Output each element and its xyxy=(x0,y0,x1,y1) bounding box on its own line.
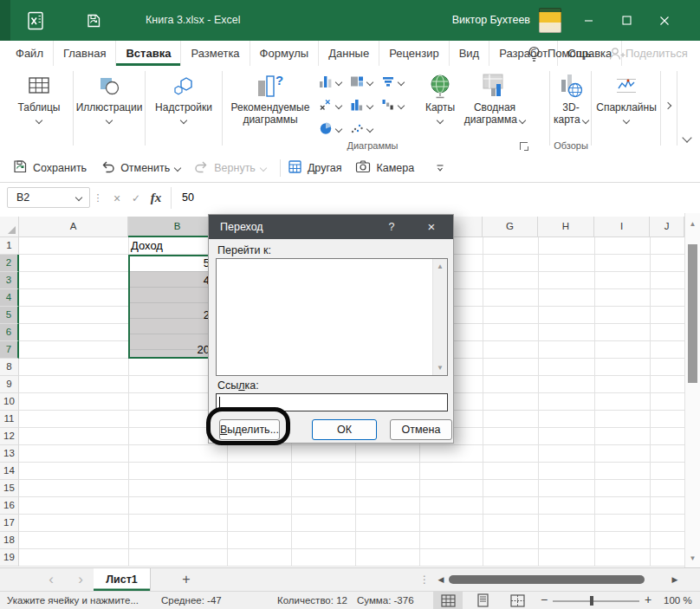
row-header-12[interactable]: 12 xyxy=(0,428,19,445)
excel-logo-icon[interactable] xyxy=(26,0,45,41)
row-header-18[interactable]: 18 xyxy=(0,532,19,549)
tables-button[interactable]: Таблицы xyxy=(7,72,71,123)
name-box[interactable]: B2 xyxy=(7,187,90,208)
other-views-button[interactable]: Другая xyxy=(288,159,342,177)
view-page-layout-icon[interactable] xyxy=(468,592,497,609)
cell-B7[interactable]: 20 xyxy=(128,341,210,359)
chevron-down-icon[interactable] xyxy=(174,164,181,171)
formula-input[interactable]: 50 xyxy=(182,183,194,213)
col-header-I[interactable]: I xyxy=(594,217,650,237)
goto-list[interactable]: ▲ ▼ xyxy=(216,258,448,376)
cell-B1[interactable]: Доход xyxy=(131,237,207,255)
col-header-A[interactable]: A xyxy=(19,217,128,237)
col-header-G[interactable]: G xyxy=(483,217,538,237)
cell-B5[interactable]: 2 xyxy=(128,307,210,324)
row-header-13[interactable]: 13 xyxy=(0,445,19,463)
cell-B3[interactable]: 4 xyxy=(128,272,210,289)
illustrations-button[interactable]: Иллюстрации xyxy=(76,72,142,123)
row-header-9[interactable]: 9 xyxy=(0,376,19,393)
view-page-break-icon[interactable] xyxy=(502,592,532,609)
row-header-8[interactable]: 8 xyxy=(0,359,19,376)
maximize-icon[interactable] xyxy=(611,0,642,41)
dot-chart-button[interactable] xyxy=(350,119,373,139)
funnel-chart-button[interactable] xyxy=(381,72,404,93)
sheet-nav-left-icon[interactable]: ‹ xyxy=(42,568,61,591)
row-header-3[interactable]: 3 xyxy=(0,272,19,289)
row-header-2[interactable]: 2 xyxy=(0,255,19,272)
row-header-7[interactable]: 7 xyxy=(0,341,19,359)
hscroll-left-icon[interactable]: ◀ xyxy=(435,568,447,591)
col-header-H[interactable]: H xyxy=(538,217,594,237)
row-header-14[interactable]: 14 xyxy=(0,463,19,480)
insert-function-icon[interactable]: fx xyxy=(146,183,166,213)
row-header-19[interactable]: 19 xyxy=(0,549,19,567)
minimize-icon[interactable] xyxy=(573,0,604,41)
dialog-launcher-icon[interactable] xyxy=(520,142,528,150)
scroll-up-icon[interactable]: ▲ xyxy=(433,262,447,270)
addins-button[interactable]: Надстройки xyxy=(147,72,220,123)
ribbon-tab-7[interactable]: Вид xyxy=(450,41,490,66)
dialog-title-bar[interactable]: Переход ? × xyxy=(209,215,453,239)
save-button[interactable]: Сохранить xyxy=(12,159,87,177)
user-name[interactable]: Виктор Бухтеев xyxy=(452,0,530,41)
ribbon-tab-0[interactable]: Файл xyxy=(5,41,54,66)
add-sheet-button[interactable]: + xyxy=(176,568,197,591)
undo-button[interactable]: Отменить xyxy=(100,159,180,176)
scroll-down-icon[interactable]: ▼ xyxy=(433,364,447,372)
waterfall-chart-button[interactable] xyxy=(381,95,404,116)
histogram-chart-button[interactable] xyxy=(350,95,373,116)
chevron-down-icon[interactable] xyxy=(75,194,82,201)
row-header-16[interactable]: 16 xyxy=(0,497,19,515)
user-avatar[interactable] xyxy=(539,8,561,33)
row-header-15[interactable]: 15 xyxy=(0,480,19,497)
recommended-charts-button[interactable]: ? Рекомендуемые диаграммы xyxy=(225,72,315,126)
horizontal-scroll-thumb[interactable] xyxy=(449,575,645,584)
enter-entry-icon[interactable]: ✓ xyxy=(126,183,146,213)
pie-chart-button[interactable] xyxy=(319,119,341,139)
ribbon-tab-3[interactable]: Разметка xyxy=(181,41,250,66)
dialog-close-icon[interactable]: × xyxy=(417,215,446,239)
share-button[interactable]: Поделиться xyxy=(625,41,688,67)
vertical-scroll-thumb[interactable] xyxy=(688,244,697,383)
cell-B2[interactable]: 5 xyxy=(128,255,210,272)
scatter-chart-button[interactable] xyxy=(319,95,341,116)
close-icon[interactable] xyxy=(649,0,680,41)
row-header-17[interactable]: 17 xyxy=(0,515,19,532)
ribbon-collapse-icon[interactable] xyxy=(682,133,691,142)
hscroll-right-icon[interactable]: ▶ xyxy=(669,568,681,591)
sparklines-button[interactable]: Спарклайны xyxy=(594,72,658,123)
ok-button[interactable]: ОК xyxy=(312,419,377,440)
sheet-tab-list1[interactable]: Лист1 xyxy=(94,568,151,591)
3d-map-button[interactable]: 3D- карта xyxy=(552,72,590,126)
pivot-chart-button[interactable]: Сводная диаграмма xyxy=(463,72,527,126)
ribbon-tab-5[interactable]: Данные xyxy=(319,41,379,66)
sheet-nav-right-icon[interactable]: › xyxy=(71,568,90,591)
zoom-slider-track[interactable] xyxy=(553,600,639,602)
row-header-11[interactable]: 11 xyxy=(0,411,19,428)
dialog-help-icon[interactable]: ? xyxy=(379,215,405,239)
treemap-chart-button[interactable] xyxy=(350,72,373,93)
list-scrollbar[interactable]: ▲ ▼ xyxy=(432,259,447,375)
ribbon-tab-1[interactable]: Главная xyxy=(54,41,116,66)
zoom-in-icon[interactable]: + xyxy=(645,592,651,609)
row-header-10[interactable]: 10 xyxy=(0,393,19,411)
scroll-up-icon[interactable]: ▲ xyxy=(685,220,700,228)
zoom-slider-thumb[interactable] xyxy=(590,596,593,606)
cancel-entry-icon[interactable]: × xyxy=(107,183,126,213)
view-normal-icon[interactable] xyxy=(433,592,463,609)
vertical-scrollbar[interactable]: ▲ ▼ xyxy=(684,213,700,567)
camera-button[interactable]: Камера xyxy=(355,159,414,176)
ribbon-tab-2[interactable]: Вставка xyxy=(116,41,181,66)
maps-button[interactable]: Карты xyxy=(418,72,463,123)
group-overflow-icon[interactable] xyxy=(664,102,671,109)
col-header-J[interactable]: J xyxy=(650,217,684,237)
zoom-out-icon[interactable]: − xyxy=(541,592,548,609)
row-header-5[interactable]: 5 xyxy=(0,307,19,324)
row-header-1[interactable]: 1 xyxy=(0,237,19,255)
autosave-icon[interactable] xyxy=(85,0,102,41)
select-all-corner[interactable] xyxy=(0,217,19,237)
tab-help-assistant[interactable]: Помощь xyxy=(548,41,594,67)
ribbon-tab-6[interactable]: Рецензир xyxy=(379,41,450,66)
column-chart-button[interactable] xyxy=(319,72,341,93)
ribbon-tab-4[interactable]: Формулы xyxy=(250,41,320,66)
